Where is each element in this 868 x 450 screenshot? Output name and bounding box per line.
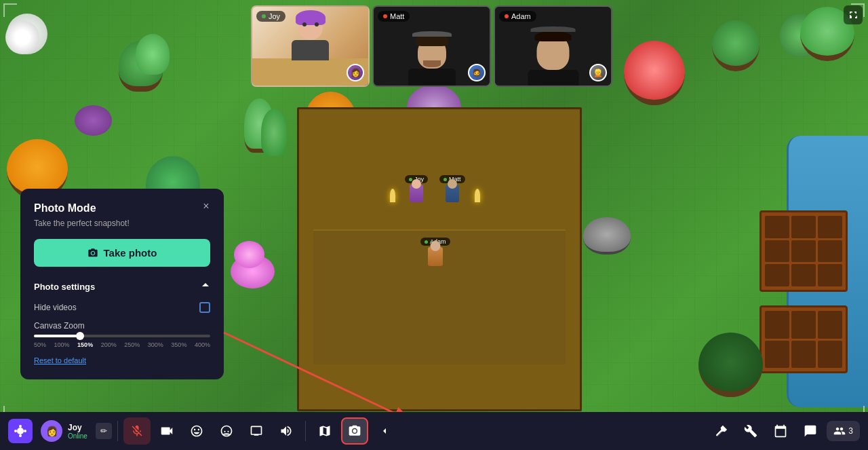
svg-point-3: [17, 428, 24, 434]
reset-to-default-button[interactable]: Reset to default: [34, 356, 86, 364]
zoom-slider-track: [34, 335, 210, 337]
taskbar-user-status: Online: [68, 432, 87, 440]
svg-point-7: [24, 430, 26, 432]
calendar-button[interactable]: [767, 417, 794, 445]
lamp-1: [390, 189, 395, 202]
matt-status-dot: [383, 14, 387, 18]
tree-dark-green-br: [698, 333, 763, 397]
photo-panel-subtitle: Take the perfect snapshot!: [34, 219, 210, 228]
taskbar-logo-button[interactable]: [8, 419, 33, 443]
matt-avatar-chip: 🧔: [468, 64, 486, 81]
tree-green-2: [136, 34, 170, 75]
emoji-button[interactable]: [183, 417, 210, 445]
rock: [583, 217, 631, 255]
video-panel: Joy 👩 Matt 🧔: [251, 5, 612, 87]
reaction-button[interactable]: [213, 417, 240, 445]
taskbar-user-section[interactable]: 👩 Joy Online: [35, 417, 93, 445]
map-button[interactable]: [311, 417, 338, 445]
mic-mute-button[interactable]: [123, 417, 151, 445]
hide-videos-checkbox[interactable]: [199, 302, 210, 313]
character-matt: Matt: [439, 175, 465, 202]
canvas-zoom-section: Canvas Zoom 50% 100% 150% 200% 250% 300%…: [34, 321, 210, 348]
video-feed-joy: Joy 👩: [251, 5, 370, 87]
zoom-slider-thumb[interactable]: [76, 332, 84, 340]
nav-prev-button[interactable]: [371, 417, 398, 445]
take-photo-button[interactable]: Take photo: [34, 239, 210, 267]
photo-mode-button[interactable]: [341, 417, 368, 445]
joy-avatar-chip: 👩: [347, 64, 364, 81]
screen-share-button[interactable]: [243, 417, 270, 445]
tools-button[interactable]: [707, 417, 734, 445]
tree-green-right: [712, 20, 760, 71]
taskbar: 👩 Joy Online ✏: [0, 412, 868, 450]
table-group-1: [760, 210, 848, 292]
bush-purple: [75, 105, 112, 136]
svg-point-6: [14, 430, 17, 432]
taskbar-divider-2: [305, 421, 306, 441]
taskbar-user-info: Joy Online: [68, 423, 87, 440]
character-adam: Adam: [420, 238, 450, 266]
corner-top-left: [3, 3, 17, 17]
taskbar-user-avatar: 👩: [41, 420, 62, 442]
user-count-button[interactable]: 3: [827, 421, 860, 441]
taskbar-right-tools: 3: [707, 417, 860, 445]
taskbar-divider-1: [117, 421, 118, 441]
zoom-marks: 50% 100% 150% 200% 250% 300% 350% 400%: [34, 341, 210, 348]
lamp-2: [475, 189, 480, 202]
video-feed-matt: Matt 🧔: [372, 5, 491, 87]
joy-name-badge: Joy: [256, 11, 285, 22]
character-joy: Joy: [405, 175, 428, 202]
chat-button[interactable]: [797, 417, 824, 445]
tree-tall-2: [261, 109, 287, 156]
photo-settings-header: Photo settings: [34, 280, 210, 293]
bush-pink-3: [234, 241, 264, 268]
canvas-zoom-label: Canvas Zoom: [34, 321, 210, 331]
hide-videos-label: Hide videos: [34, 303, 77, 312]
table-group-2: [760, 305, 848, 373]
photo-panel-title: Photo Mode: [34, 202, 210, 214]
svg-point-5: [19, 434, 22, 437]
tree-red: [624, 41, 685, 105]
matt-name-badge: Matt: [378, 11, 410, 22]
taskbar-user-name: Joy: [68, 423, 87, 432]
video-feed-adam: Adam 👱: [494, 5, 612, 87]
expand-video-button[interactable]: [844, 5, 863, 24]
camera-toggle-button[interactable]: [153, 417, 180, 445]
adam-avatar-chip: 👱: [589, 64, 607, 81]
speaker-button[interactable]: [273, 417, 300, 445]
joy-status-dot: [262, 14, 266, 18]
hide-videos-row: Hide videos: [34, 302, 210, 313]
adam-name-badge: Adam: [499, 11, 536, 22]
collapse-settings-button[interactable]: [201, 280, 210, 293]
build-button[interactable]: [737, 417, 764, 445]
photo-mode-panel: × Photo Mode Take the perfect snapshot! …: [20, 189, 224, 379]
tree-white-inner: [5, 20, 39, 54]
adam-status-dot: [505, 14, 509, 18]
close-photo-panel-button[interactable]: ×: [198, 198, 214, 214]
edit-profile-button[interactable]: ✏: [96, 423, 112, 439]
svg-point-4: [19, 425, 22, 428]
